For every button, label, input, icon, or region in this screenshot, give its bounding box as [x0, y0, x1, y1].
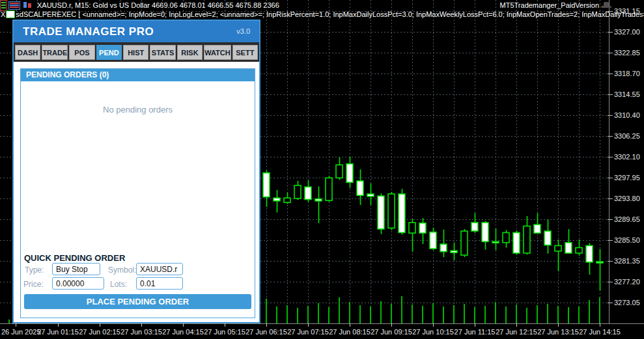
depth-of-market-icon[interactable] [8, 1, 20, 10]
chart-topbar: XAUUSD.r, M15: Gold vs US Dollar 4669.06… [0, 0, 644, 20]
tab-dash[interactable]: DASH [15, 45, 40, 60]
svg-text:3289.65: 3289.65 [614, 215, 640, 223]
type-input[interactable] [52, 263, 100, 275]
svg-text:27 Jun 13:15: 27 Jun 13:15 [537, 328, 579, 336]
svg-text:27 Jun 07:15: 27 Jun 07:15 [287, 328, 329, 336]
place-pending-order-button[interactable]: PLACE PENDING ORDER [24, 294, 251, 309]
tab-watch[interactable]: WATCH [204, 45, 231, 60]
lots-input[interactable] [136, 277, 183, 290]
svg-text:3310.40: 3310.40 [614, 111, 640, 119]
candle-09:30 [399, 189, 405, 234]
price-input[interactable] [52, 277, 104, 290]
candle-09:15 [388, 192, 395, 230]
symbol-input[interactable] [136, 263, 183, 275]
svg-text:3314.55: 3314.55 [614, 90, 640, 98]
chart-lines-icon[interactable] [0, 0, 7, 11]
quick-order-title: QUICK PENDING ORDER [24, 253, 125, 263]
svg-text:3297.95: 3297.95 [614, 174, 640, 182]
symbol-label: Symbol: [108, 265, 136, 275]
empty-message: No pending orders [21, 105, 255, 115]
mt5-chart-window: 3331.153327.003322.853318.703314.553310.… [0, 0, 644, 339]
tab-sett[interactable]: SETT [232, 45, 258, 60]
lots-label: Lots: [110, 280, 127, 289]
svg-text:3327.00: 3327.00 [614, 28, 640, 36]
trade-manager-panel: TRADE MANAGER PRO v3.0 DASHTRADEPOSPENDH… [12, 20, 260, 323]
symbol-ohlc-line: XAUUSD.r, M15: Gold vs US Dollar 4669.06… [37, 1, 279, 9]
price-label: Price: [23, 280, 44, 289]
svg-text:3322.85: 3322.85 [614, 49, 640, 57]
svg-text:27 Jun 05:15: 27 Jun 05:15 [204, 328, 245, 336]
bars-icon[interactable] [22, 1, 33, 8]
svg-text:27 Jun 06:15: 27 Jun 06:15 [245, 328, 287, 336]
svg-text:27 Jun 08:15: 27 Jun 08:15 [329, 328, 371, 336]
candle-09:00 [378, 193, 384, 234]
svg-text:27 Jun 11:15: 27 Jun 11:15 [455, 328, 496, 336]
ea-inputs-line: X sdSCALPEREXEC [ <unnamed>=; InpMode=0;… [1, 10, 644, 18]
svg-text:27 Jun 03:15: 27 Jun 03:15 [120, 328, 162, 336]
svg-text:3285.50: 3285.50 [614, 236, 640, 244]
panel-title-bar: TRADE MANAGER PRO v3.0 [14, 21, 259, 42]
svg-text:27 Jun 02:15: 27 Jun 02:15 [79, 328, 120, 336]
ea-hat-icon [601, 2, 611, 9]
candle-07:45 [326, 176, 332, 202]
svg-text:3277.20: 3277.20 [614, 278, 640, 286]
candle-11:00 [461, 229, 468, 257]
panel-title: TRADE MANAGER PRO [23, 25, 154, 38]
svg-text:27 Jun 01:15: 27 Jun 01:15 [37, 328, 79, 336]
svg-text:27 Jun 09:15: 27 Jun 09:15 [371, 328, 412, 336]
tab-stats[interactable]: STATS [150, 45, 175, 60]
candle-12:15 [513, 230, 520, 254]
tab-risk[interactable]: RISK [177, 45, 203, 60]
svg-text:3306.25: 3306.25 [614, 132, 640, 140]
svg-text:27 Jun 12:15: 27 Jun 12:15 [496, 328, 537, 336]
panel-version: v3.0 [236, 27, 250, 35]
svg-text:3293.80: 3293.80 [614, 195, 640, 202]
tab-pend[interactable]: PEND [96, 45, 122, 60]
svg-text:3273.05: 3273.05 [614, 299, 640, 306]
svg-text:26 Jun 2025: 26 Jun 2025 [1, 328, 41, 336]
svg-text:3318.70: 3318.70 [614, 70, 640, 77]
svg-text:27 Jun 10:15: 27 Jun 10:15 [412, 328, 454, 336]
tab-bar: DASHTRADEPOSPENDHISTSTATSRISKWATCHSETT [14, 42, 259, 62]
pending-orders-header: PENDING ORDERS (0) [21, 69, 255, 81]
object-box-icon [6, 10, 15, 18]
ea-name-label: MT5Trademanger_PaidVersion [500, 1, 599, 9]
ea-inputs-text: sdSCALPEREXEC [ <unnamed>=; InpMode=0; I… [16, 10, 644, 18]
tab-trade[interactable]: TRADE [42, 45, 68, 60]
svg-text:27 Jun 04:15: 27 Jun 04:15 [162, 328, 204, 336]
tab-hist[interactable]: HIST [123, 45, 148, 60]
svg-text:27 Jun 14:15: 27 Jun 14:15 [579, 328, 621, 336]
type-label: Type: [25, 265, 44, 275]
svg-text:3281.35: 3281.35 [614, 257, 640, 265]
tab-pos[interactable]: POS [69, 45, 94, 60]
ea-line-prefix: X [1, 10, 5, 18]
svg-text:3302.10: 3302.10 [614, 153, 640, 161]
